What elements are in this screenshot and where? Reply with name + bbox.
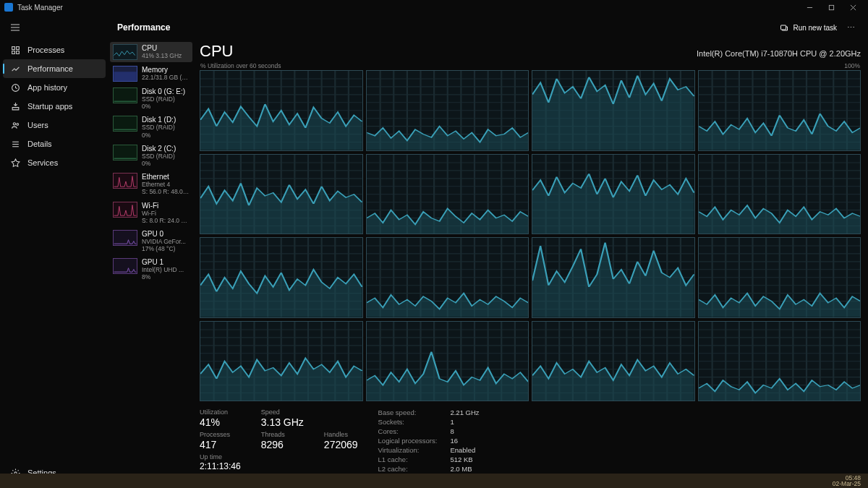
stat-label: Up time [200,453,241,461]
close-button[interactable] [842,0,864,14]
more-button[interactable]: ⋯ [843,23,859,33]
perf-name: CPU [142,44,182,52]
nav-icon [10,120,20,130]
app-icon [4,3,13,12]
perf-thumb [113,202,137,218]
perf-thumb [113,44,137,60]
nav-icon [10,82,20,93]
nav-item-label: Services [27,158,58,167]
perf-thumb [113,87,137,103]
svg-point-13 [16,123,18,125]
cpu-core-chart-11 [698,237,861,318]
perf-item-disk-1-d-[interactable]: Disk 1 (D:)SSD (RAID)0% [110,114,192,140]
stat-processes: 417 [200,439,241,450]
perf-item-wi-fi[interactable]: Wi-FiWi-FiS: 8.0 R: 24.0 Kbps [110,200,192,226]
svg-rect-7 [12,46,14,49]
perf-sub: SSD (RAID) [142,124,176,131]
svg-rect-10 [16,51,19,53]
perf-item-memory[interactable]: Memory22.1/31.8 GB (69%) [110,64,192,84]
nav-item-label: Users [27,121,48,129]
perf-sub: NVIDIA GeFor... [142,238,186,245]
perf-name: GPU 1 [142,258,184,266]
nav-item-startup-apps[interactable]: Startup apps [0,97,109,116]
kv-val: 1 [450,418,479,426]
perf-item-ethernet[interactable]: EthernetEthernet 4S: 56.0 R: 48.0 Kbps [110,171,192,197]
kv-key: Virtualization: [378,446,438,454]
nav-item-app-history[interactable]: App history [0,78,109,97]
cpu-core-chart-4 [200,154,363,235]
nav-item-users[interactable]: Users [0,116,109,134]
nav-icon [10,101,20,111]
axis-right-label: 100% [844,62,860,69]
kv-key: Logical processors: [378,437,438,445]
perf-sub: Ethernet 4 [142,181,190,188]
performance-main: CPU Intel(R) Core(TM) i7-10870H CPU @ 2.… [195,40,868,488]
perf-item-cpu[interactable]: CPU41% 3.13 GHz [110,42,192,62]
stat-threads: 8296 [261,439,304,450]
nav-item-details[interactable]: Details [0,134,109,153]
kv-val: 8 [450,427,479,435]
cpu-core-chart-10 [532,237,695,318]
run-new-task-label: Run new task [793,24,837,32]
cpu-core-chart-6 [532,154,695,235]
stat-label: Processes [200,431,241,438]
stat-handles: 272069 [324,439,358,450]
nav-item-label: Performance [27,64,73,73]
left-nav: ProcessesPerformanceApp historyStartup a… [0,14,109,488]
perf-name: Disk 1 (D:) [142,116,176,124]
nav-item-processes[interactable]: Processes [0,40,109,59]
svg-rect-1 [829,5,833,9]
perf-name: Disk 0 (G: E:) [142,87,185,95]
nav-item-services[interactable]: Services [0,153,109,172]
stat-label: Handles [324,431,358,438]
perf-item-disk-0-g-e-[interactable]: Disk 0 (G: E:)SSD (RAID)0% [110,85,192,112]
cpu-stats: Utilization 41% Processes 417 Up time 2:… [200,401,861,482]
perf-name: Wi-Fi [142,202,190,210]
svg-point-12 [13,122,15,124]
nav-item-label: Details [27,140,52,148]
kv-val: 16 [450,437,479,445]
stat-uptime: 2:11:13:46 [200,461,241,471]
perf-thumb [113,258,137,274]
perf-item-gpu-0[interactable]: GPU 0NVIDIA GeFor...17% (48 °C) [110,228,192,254]
perf-thumb [113,230,137,246]
cpu-core-chart-12 [200,321,363,402]
cpu-core-chart-14 [532,321,695,402]
perf-sub: 22.1/31.8 GB (69%) [142,74,190,81]
perf-thumb [113,116,137,132]
perf-name: GPU 0 [142,230,186,238]
kv-key: Cores: [378,427,438,435]
nav-item-performance[interactable]: Performance [3,59,106,78]
cpu-core-chart-8 [200,237,363,318]
nav-item-label: App history [27,83,67,92]
nav-icon [10,139,20,149]
stat-label: Threads [261,431,304,438]
svg-rect-9 [12,51,14,53]
window-title: Task Manager [17,4,63,12]
kv-key: Sockets: [378,418,438,426]
hamburger-button[interactable] [0,14,109,40]
perf-sub: SSD (RAID) [142,95,185,103]
maximize-button[interactable] [820,0,842,14]
kv-key: L2 cache: [378,465,438,473]
cpu-heading: CPU [200,42,233,61]
svg-rect-19 [781,25,786,30]
perf-thumb [113,66,137,82]
svg-marker-149 [367,208,529,234]
minimize-button[interactable] [799,0,820,14]
cpu-core-chart-3 [698,70,861,151]
nav-icon [10,64,20,74]
taskbar[interactable]: 05:48 02-Mar-25 [0,474,868,488]
kv-val: 2.0 MB [450,465,479,473]
cpu-cores-grid [200,70,861,401]
cpu-core-chart-7 [698,154,861,235]
stat-label: Utilization [200,408,241,416]
svg-marker-107 [699,114,861,150]
perf-item-gpu-1[interactable]: GPU 1Intel(R) UHD ...8% [110,256,192,283]
cpu-core-chart-2 [532,70,695,151]
nav-item-label: Processes [27,46,64,54]
perf-item-disk-2-c-[interactable]: Disk 2 (C:)SSD (RAID)0% [110,142,192,169]
run-new-task-button[interactable]: Run new task [774,20,843,35]
nav-icon [10,158,20,168]
perf-thumb [113,173,137,189]
